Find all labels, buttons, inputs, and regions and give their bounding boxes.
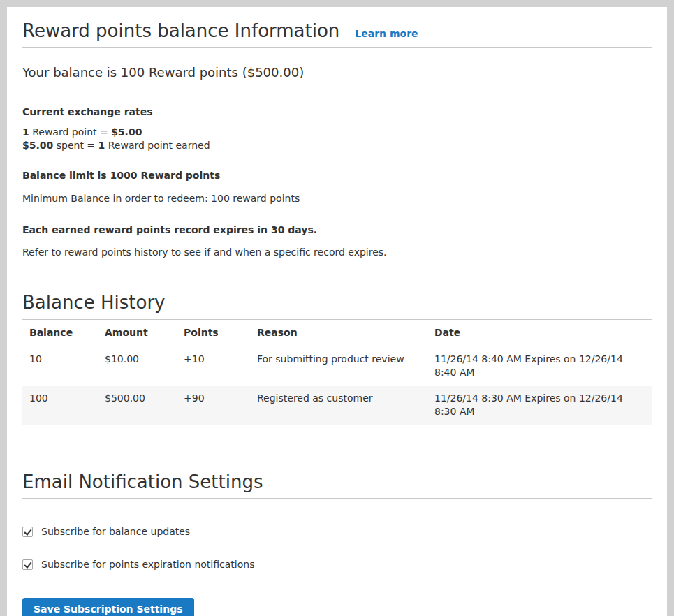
rate1-text: Reward point =	[29, 126, 111, 138]
cell-reason: Registered as customer	[250, 386, 427, 425]
balance-updates-label: Subscribe for balance updates	[41, 525, 190, 538]
learn-more-link[interactable]: Learn more	[355, 27, 418, 41]
cell-balance: 100	[22, 386, 98, 425]
cell-date: 11/26/14 8:40 AM Expires on 12/26/14 8:4…	[427, 346, 652, 386]
column-header-reason: Reason	[250, 320, 427, 346]
rate2-text-2: Reward point earned	[105, 140, 210, 151]
content-card: Reward points balance Information Learn …	[7, 7, 667, 616]
balance-summary: Your balance is 100 Reward points ($500.…	[22, 65, 652, 80]
table-row: 100 $500.00 +90 Registered as customer 1…	[22, 386, 652, 425]
table-row: 10 $10.00 +10 For submitting product rev…	[22, 346, 652, 386]
save-subscription-settings-button[interactable]: Save Subscription Settings	[22, 598, 194, 616]
subscribe-expiration-notifications-option[interactable]: Subscribe for points expiration notifica…	[22, 558, 254, 571]
header-divider	[22, 47, 652, 48]
expiry-notice: Each earned reward points record expires…	[22, 223, 652, 237]
balance-limit-notice: Balance limit is 1000 Reward points	[22, 169, 652, 182]
balance-history-heading: Balance History	[22, 291, 652, 314]
rate-line-earn: 1 Reward point = $5.00	[22, 126, 652, 139]
table-header-row: Balance Amount Points Reason Date	[22, 320, 652, 346]
cell-amount: $500.00	[98, 386, 177, 425]
cell-date: 11/26/14 8:30 AM Expires on 12/26/14 8:3…	[427, 386, 652, 425]
page-header: Reward points balance Information Learn …	[22, 20, 652, 42]
cell-amount: $10.00	[98, 346, 177, 386]
balance-history-table: Balance Amount Points Reason Date 10 $10…	[22, 319, 652, 425]
rate2-text: spent =	[53, 140, 98, 151]
subscribe-balance-updates-option[interactable]: Subscribe for balance updates	[22, 525, 190, 538]
cell-reason: For submitting product review	[250, 346, 427, 386]
column-header-points: Points	[177, 320, 250, 346]
exchange-rates: 1 Reward point = $5.00 $5.00 spent = 1 R…	[22, 126, 652, 152]
email-settings-divider	[22, 498, 652, 499]
column-header-amount: Amount	[98, 320, 177, 346]
min-balance-notice: Minimum Balance in order to redeem: 100 …	[22, 192, 652, 205]
rate2-amount-value: $5.00	[22, 140, 53, 151]
rate-line-spend: $5.00 spent = 1 Reward point earned	[22, 139, 652, 152]
rate2-points-value: 1	[98, 140, 105, 151]
cell-points: +10	[177, 346, 250, 386]
expiry-note: Refer to reward points history to see if…	[22, 246, 652, 259]
cell-balance: 10	[22, 346, 98, 386]
page-frame: Reward points balance Information Learn …	[0, 0, 674, 616]
expiration-notifications-label: Subscribe for points expiration notifica…	[41, 558, 254, 571]
email-settings-heading: Email Notification Settings	[22, 471, 652, 493]
rate1-amount-value: $5.00	[111, 126, 142, 138]
page-title: Reward points balance Information	[22, 20, 339, 42]
column-header-balance: Balance	[22, 320, 98, 346]
rate1-points-value: 1	[22, 126, 29, 138]
column-header-date: Date	[427, 320, 652, 346]
expiration-notifications-checkbox[interactable]	[22, 559, 33, 570]
exchange-rates-heading: Current exchange rates	[22, 105, 652, 119]
cell-points: +90	[177, 386, 250, 425]
balance-updates-checkbox[interactable]	[22, 527, 33, 537]
